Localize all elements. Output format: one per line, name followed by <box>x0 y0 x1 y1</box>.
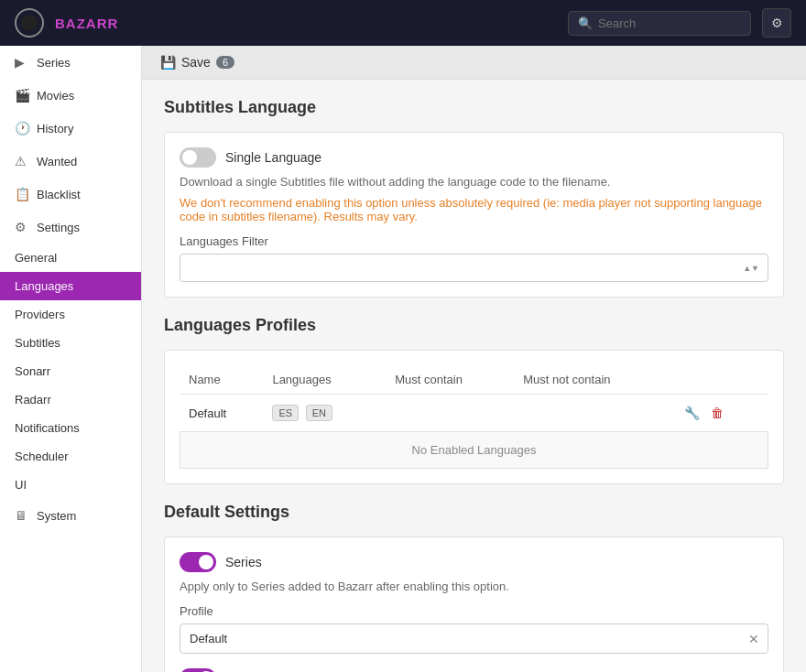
languages-profiles-card: Name Languages Must contain Must not con… <box>164 350 784 484</box>
search-icon: 🔍 <box>578 16 593 30</box>
gear-button[interactable]: ⚙ <box>762 8 791 38</box>
sidebar-sub-scheduler[interactable]: Scheduler <box>0 442 141 471</box>
profile-must-contain <box>386 395 514 432</box>
table-row: Default ES EN 🔧 <box>180 395 768 432</box>
series-toggle[interactable] <box>180 552 216 572</box>
delete-profile-button[interactable]: 🗑 <box>707 402 727 424</box>
single-language-warning: We don't recommend enabling this option … <box>180 196 768 223</box>
col-must-contain: Must contain <box>386 365 514 395</box>
series-apply-text: Apply only to Series added to Bazarr aft… <box>180 580 768 593</box>
col-name: Name <box>180 365 263 395</box>
history-icon: 🕐 <box>15 121 29 135</box>
topbar: BAZARR 🔍 ⚙ <box>0 0 806 46</box>
default-settings-title: Default Settings <box>164 503 784 522</box>
col-actions <box>671 365 768 395</box>
main-content: 💾 Save 6 Subtitles Language Single Langu… <box>142 46 806 672</box>
lang-badge-es: ES <box>272 405 299 421</box>
sidebar-item-movies[interactable]: 🎬 Movies <box>0 79 141 112</box>
col-must-not-contain: Must not contain <box>514 365 671 395</box>
sidebar-sub-subtitles[interactable]: Subtitles <box>0 329 141 357</box>
wanted-icon: ⚠ <box>15 154 29 168</box>
app-name: BAZARR <box>55 16 118 31</box>
sidebar-sub-languages[interactable]: Languages <box>0 272 141 300</box>
sidebar-movies-label: Movies <box>37 89 74 103</box>
search-input[interactable] <box>598 16 741 30</box>
no-languages-banner: No Enabled Languages <box>180 431 768 469</box>
languages-filter-select[interactable] <box>180 254 768 282</box>
sidebar: ▶ Series 🎬 Movies 🕐 History ⚠ Wanted 📋 B… <box>0 46 142 672</box>
sidebar-item-wanted[interactable]: ⚠ Wanted <box>0 145 141 178</box>
single-language-label: Single Language <box>225 150 321 165</box>
search-box[interactable]: 🔍 <box>568 11 751 36</box>
subtitles-language-card: Single Language Download a single Subtit… <box>164 132 784 298</box>
profile-name: Default <box>180 395 263 432</box>
save-label: Save <box>181 55 211 70</box>
sidebar-sub-radarr[interactable]: Radarr <box>0 385 141 414</box>
profile-actions: 🔧 🗑 <box>671 395 768 432</box>
edit-profile-button[interactable]: 🔧 <box>681 402 703 424</box>
sidebar-item-series[interactable]: ▶ Series <box>0 46 141 79</box>
sidebar-sub-notifications[interactable]: Notifications <box>0 414 141 442</box>
series-toggle-label: Series <box>225 555 262 569</box>
sidebar-sub-general[interactable]: General <box>0 244 141 272</box>
sidebar-blacklist-label: Blacklist <box>37 188 81 201</box>
sidebar-settings-label: Settings <box>37 221 80 234</box>
sidebar-sub-providers[interactable]: Providers <box>0 300 141 329</box>
app-logo <box>15 8 44 38</box>
save-badge: 6 <box>216 56 234 69</box>
profile-languages: ES EN <box>263 395 386 432</box>
sidebar-wanted-label: Wanted <box>37 155 77 168</box>
sidebar-series-label: Series <box>37 56 71 70</box>
series-profile-select[interactable]: Default <box>180 623 768 654</box>
sidebar-item-history[interactable]: 🕐 History <box>0 112 141 145</box>
movies-icon: 🎬 <box>15 88 29 103</box>
sidebar-item-blacklist[interactable]: 📋 Blacklist <box>0 178 141 211</box>
sidebar-sub-sonarr[interactable]: Sonarr <box>0 357 141 385</box>
col-languages: Languages <box>263 365 386 395</box>
profiles-table: Name Languages Must contain Must not con… <box>180 365 768 431</box>
series-profile-clear-button[interactable]: ✕ <box>748 632 759 646</box>
save-button[interactable]: 💾 Save 6 <box>160 55 234 70</box>
filter-label: Languages Filter <box>180 234 768 248</box>
movies-toggle[interactable] <box>180 668 216 672</box>
save-icon: 💾 <box>160 55 176 70</box>
languages-profiles-title: Languages Profiles <box>164 316 784 335</box>
lang-badge-en: EN <box>306 405 332 421</box>
subtitles-language-title: Subtitles Language <box>164 98 784 117</box>
sidebar-sub-ui[interactable]: UI <box>0 471 141 499</box>
languages-filter-wrapper <box>180 254 768 282</box>
series-profile-select-wrapper: Default ✕ <box>180 623 768 654</box>
default-settings-card: Series Apply only to Series added to Baz… <box>164 537 784 672</box>
save-bar: 💾 Save 6 <box>142 46 806 80</box>
settings-icon: ⚙ <box>15 220 29 234</box>
wrench-icon: 🔧 <box>684 406 700 420</box>
blacklist-icon: 📋 <box>15 187 29 201</box>
series-profile-row: Profile Default ✕ <box>180 604 768 654</box>
series-icon: ▶ <box>15 55 29 70</box>
single-language-desc: Download a single Subtitles file without… <box>180 175 768 189</box>
profile-must-not-contain <box>514 395 671 432</box>
single-language-toggle[interactable] <box>180 147 216 168</box>
sidebar-history-label: History <box>37 122 73 135</box>
sidebar-item-settings[interactable]: ⚙ Settings <box>0 211 141 244</box>
sidebar-item-system[interactable]: 🖥 System <box>0 499 141 532</box>
series-profile-label: Profile <box>180 604 768 618</box>
no-languages-text: No Enabled Languages <box>412 443 537 457</box>
trash-icon: 🗑 <box>711 406 724 420</box>
system-icon: 🖥 <box>15 508 29 523</box>
